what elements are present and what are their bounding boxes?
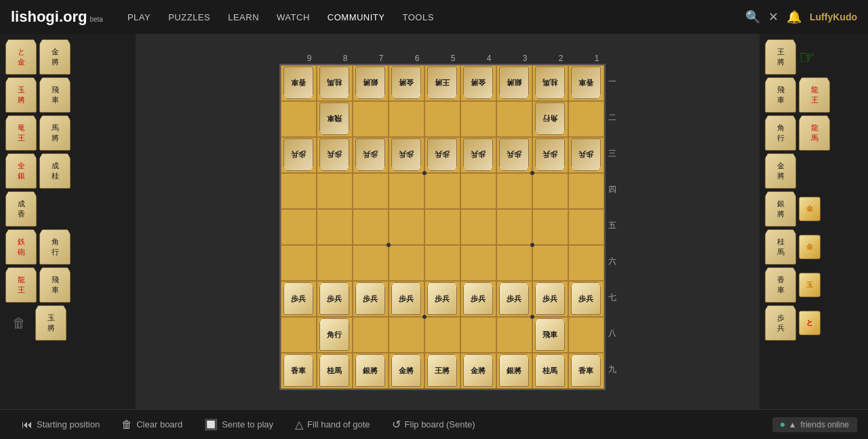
board-cell-3-2[interactable] <box>353 173 389 209</box>
board-cell-3-7[interactable] <box>532 173 568 209</box>
board-cell-4-7[interactable] <box>532 209 568 245</box>
board-cell-3-6[interactable] <box>496 173 532 209</box>
right-piece-kaku[interactable]: 角行 <box>765 115 796 151</box>
board-cell-4-3[interactable] <box>389 209 425 245</box>
board-cell-3-4[interactable] <box>425 173 460 209</box>
board-cell-5-0[interactable] <box>281 245 317 281</box>
board-piece-6-7[interactable]: 歩兵 <box>535 282 565 315</box>
board-piece-6-8[interactable]: 歩兵 <box>571 282 601 315</box>
right-hand-gyoku[interactable]: 玉 <box>799 273 821 297</box>
left-piece-narikei[interactable]: 成桂 <box>39 153 71 189</box>
board-piece-6-4[interactable]: 歩兵 <box>427 282 457 315</box>
right-piece-kyosha[interactable]: 香車 <box>765 267 796 303</box>
board-piece-6-3[interactable]: 歩兵 <box>391 282 421 315</box>
board-cell-7-8[interactable] <box>568 317 604 353</box>
logo-area[interactable]: lishogi.org beta <box>11 8 103 26</box>
board-cell-8-3[interactable]: 金將 <box>389 353 425 389</box>
board-cell-1-1[interactable]: 飛車 <box>317 101 353 137</box>
board-cell-6-4[interactable]: 歩兵 <box>425 281 460 317</box>
right-piece-fuhyo[interactable]: 歩兵 <box>765 305 796 341</box>
board-cell-4-0[interactable] <box>281 209 317 245</box>
right-piece-osho[interactable]: 王將 <box>765 39 796 75</box>
left-piece-kinsho[interactable]: 金將 <box>39 39 71 75</box>
board-piece-2-0[interactable]: 歩兵 <box>283 138 313 171</box>
left-piece-ryu2[interactable]: 龍王 <box>5 267 37 303</box>
board-cell-1-2[interactable] <box>353 101 389 137</box>
left-piece-ryu[interactable]: 竜王 <box>5 115 37 151</box>
board-cell-4-6[interactable] <box>496 209 532 245</box>
board-cell-6-7[interactable]: 歩兵 <box>532 281 568 317</box>
board-piece-0-3[interactable]: 金將 <box>391 66 421 99</box>
board-piece-2-3[interactable]: 歩兵 <box>391 138 421 171</box>
board-cell-6-8[interactable]: 歩兵 <box>568 281 604 317</box>
board-cell-7-7[interactable]: 飛車 <box>532 317 568 353</box>
board-piece-6-6[interactable]: 歩兵 <box>499 282 529 315</box>
board-cell-0-8[interactable]: 香車 <box>568 65 604 101</box>
board-cell-7-3[interactable] <box>389 317 425 353</box>
board-cell-5-2[interactable] <box>353 245 389 281</box>
board-cell-2-8[interactable]: 歩兵 <box>568 137 604 173</box>
board-cell-8-0[interactable]: 香車 <box>281 353 317 389</box>
board-cell-0-4[interactable]: 王將 <box>425 65 460 101</box>
board-cell-8-4[interactable]: 王將 <box>425 353 460 389</box>
board-cell-5-5[interactable] <box>460 245 496 281</box>
board-cell-2-5[interactable]: 歩兵 <box>460 137 496 173</box>
nav-tools[interactable]: TOOLS <box>394 8 441 26</box>
board-piece-8-6[interactable]: 銀將 <box>499 354 529 387</box>
board-piece-0-5[interactable]: 金將 <box>463 66 493 99</box>
board-cell-5-1[interactable] <box>317 245 353 281</box>
left-piece-to[interactable]: と金 <box>5 39 37 75</box>
board-cell-2-2[interactable]: 歩兵 <box>353 137 389 173</box>
board-cell-8-7[interactable]: 桂馬 <box>532 353 568 389</box>
board-cell-8-8[interactable]: 香車 <box>568 353 604 389</box>
right-hand-to[interactable]: と <box>799 311 821 335</box>
board-piece-8-0[interactable]: 香車 <box>283 354 313 387</box>
board-piece-8-8[interactable]: 香車 <box>571 354 601 387</box>
board-cell-3-0[interactable] <box>281 173 317 209</box>
board-cell-1-6[interactable] <box>496 101 532 137</box>
board-cell-8-1[interactable]: 桂馬 <box>317 353 353 389</box>
right-piece-ryu[interactable]: 龍王 <box>799 77 830 113</box>
board-piece-6-5[interactable]: 歩兵 <box>463 282 493 315</box>
board-cell-5-7[interactable] <box>532 245 568 281</box>
trash-icon[interactable]: 🗑 <box>5 309 33 337</box>
board-piece-2-2[interactable]: 歩兵 <box>355 138 385 171</box>
right-piece-uma[interactable]: 龍馬 <box>799 115 830 151</box>
board-piece-2-1[interactable]: 歩兵 <box>319 138 349 171</box>
board-cell-1-5[interactable] <box>460 101 496 137</box>
friends-online-badge[interactable]: ▲ friends online <box>772 417 857 432</box>
board-cell-0-0[interactable]: 香車 <box>281 65 317 101</box>
right-hand-gold-2[interactable]: 金 <box>799 235 821 259</box>
fill-hand-gote-button[interactable]: △ Fill hand of gote <box>284 413 381 436</box>
nav-play[interactable]: PLAY <box>119 8 159 26</box>
nav-community[interactable]: COMMUNITY <box>319 8 393 26</box>
board-cell-6-5[interactable]: 歩兵 <box>460 281 496 317</box>
board-piece-0-8[interactable]: 香車 <box>571 66 601 99</box>
board-piece-6-2[interactable]: 歩兵 <box>355 282 385 315</box>
right-piece-keima[interactable]: 桂馬 <box>765 229 796 265</box>
right-piece-kinsho2[interactable]: 金將 <box>765 153 796 189</box>
board-piece-0-6[interactable]: 銀將 <box>499 66 529 99</box>
close-icon[interactable]: ✕ <box>768 9 778 24</box>
right-piece-ginsho[interactable]: 銀將 <box>765 191 796 227</box>
board-piece-2-6[interactable]: 歩兵 <box>499 138 529 171</box>
left-piece-uma[interactable]: 馬將 <box>39 115 71 151</box>
board-cell-5-6[interactable] <box>496 245 532 281</box>
board-piece-8-7[interactable]: 桂馬 <box>535 354 565 387</box>
board-cell-1-3[interactable] <box>389 101 425 137</box>
board-cell-0-7[interactable]: 桂馬 <box>532 65 568 101</box>
left-piece-kaku-red[interactable]: 鉄砲 <box>5 229 37 265</box>
board-piece-1-1[interactable]: 飛車 <box>319 102 349 135</box>
board-piece-0-2[interactable]: 銀將 <box>355 66 385 99</box>
board-piece-2-5[interactable]: 歩兵 <box>463 138 493 171</box>
board-piece-0-4[interactable]: 王將 <box>427 66 457 99</box>
board-piece-1-7[interactable]: 角行 <box>535 102 565 135</box>
board-piece-6-1[interactable]: 歩兵 <box>319 282 349 315</box>
board-piece-0-1[interactable]: 桂馬 <box>319 66 349 99</box>
board-piece-8-5[interactable]: 金將 <box>463 354 493 387</box>
board-cell-2-3[interactable]: 歩兵 <box>389 137 425 173</box>
board-cell-3-8[interactable] <box>568 173 604 209</box>
board-cell-1-7[interactable]: 角行 <box>532 101 568 137</box>
board-cell-8-2[interactable]: 銀將 <box>353 353 389 389</box>
board-cell-7-0[interactable] <box>281 317 317 353</box>
